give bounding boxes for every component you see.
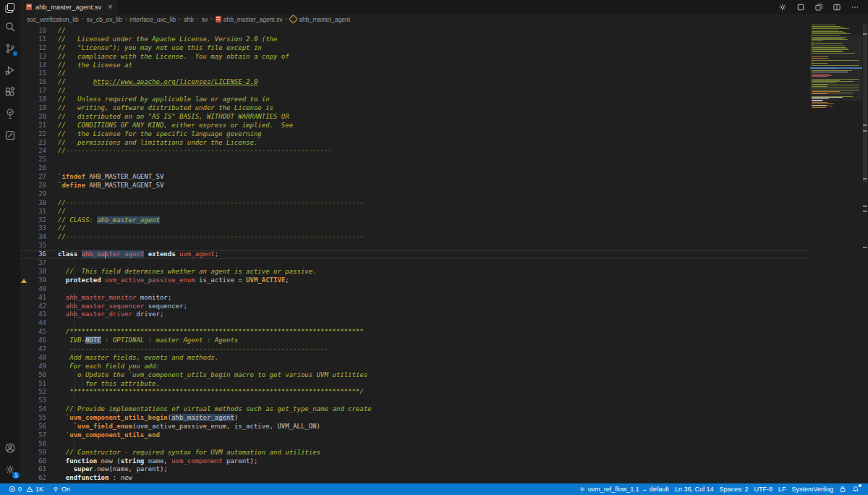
gutter[interactable]	[20, 294, 29, 302]
close-icon[interactable]: ×	[108, 3, 112, 11]
gutter[interactable]	[20, 53, 29, 62]
code-line[interactable]: 15//	[20, 69, 810, 78]
code-line[interactable]: 43 ahb_master_driver driver;	[20, 310, 810, 319]
testing-icon[interactable]	[0, 103, 20, 124]
gutter[interactable]	[20, 62, 29, 70]
project-selector[interactable]: uvm_ref_flow_1.1 → default	[576, 483, 672, 495]
gutter[interactable]	[20, 431, 29, 440]
code-line[interactable]: 50 o Update the `uvm_component_utils_beg…	[20, 371, 810, 380]
code-line[interactable]: 44	[20, 319, 810, 328]
settings-gear-icon[interactable]: 1	[0, 459, 20, 481]
tunnel-indicator[interactable]: On	[49, 483, 73, 495]
code-line[interactable]: 14// the License at	[20, 62, 810, 70]
code-line[interactable]: 62 endfunction : new	[20, 474, 810, 483]
code-line[interactable]: 40	[20, 285, 810, 294]
gutter[interactable]	[20, 164, 29, 173]
gutter[interactable]	[20, 182, 29, 190]
gutter[interactable]	[20, 414, 29, 423]
tab-ahb-master-agent[interactable]: ahb_master_agent.sv ×	[20, 0, 119, 14]
code-line[interactable]: 21// CONDITIONS OF ANY KIND, either expr…	[20, 122, 810, 130]
gutter[interactable]	[20, 224, 29, 233]
gutter[interactable]	[20, 139, 29, 148]
extensions-icon[interactable]	[0, 81, 20, 103]
gutter[interactable]	[20, 345, 29, 354]
gutter[interactable]	[20, 397, 29, 405]
gutter[interactable]	[20, 337, 29, 345]
code-area[interactable]: 10//11// Licensed under the Apache Licen…	[20, 27, 810, 483]
gutter[interactable]	[20, 242, 29, 250]
gutter[interactable]	[20, 113, 29, 122]
prettier-lock[interactable]	[836, 483, 849, 495]
gutter[interactable]	[20, 35, 29, 44]
code-line[interactable]: 54 // Provide implementations of virtual…	[20, 405, 810, 414]
notifications[interactable]	[849, 483, 862, 495]
breadcrumb-item-sv[interactable]: sv	[202, 16, 208, 23]
breadcrumb-item-sv_cb_ex_lib[interactable]: sv_cb_ex_lib	[87, 16, 122, 23]
code-line[interactable]: 23// permissions and limitations under t…	[20, 139, 810, 148]
gutter[interactable]	[20, 147, 29, 156]
code-line[interactable]: 22// the License for the specific langua…	[20, 130, 810, 139]
code-line[interactable]: 31//	[20, 208, 810, 216]
gutter[interactable]	[20, 285, 29, 294]
split-editor-icon[interactable]	[833, 3, 841, 12]
code-line[interactable]: 56 `uvm_field_enum(uvm_active_passive_en…	[20, 423, 810, 431]
search-icon[interactable]	[0, 16, 20, 38]
code-line[interactable]: 33//	[20, 224, 810, 233]
gutter[interactable]	[20, 423, 29, 431]
code-line[interactable]: 61 super.new(name, parent);	[20, 465, 810, 474]
code-line[interactable]: 26	[20, 164, 810, 173]
cursor-position[interactable]: Ln 36, Col 14	[672, 483, 717, 495]
encoding-indicator[interactable]: UTF-8	[751, 483, 775, 495]
gutter[interactable]	[20, 310, 29, 319]
gutter[interactable]	[20, 354, 29, 363]
code-line[interactable]: 36class ahb_master_agent extends uvm_age…	[20, 250, 810, 259]
explorer-icon[interactable]	[0, 0, 20, 16]
gutter[interactable]	[20, 474, 29, 483]
gutter[interactable]	[20, 216, 29, 225]
gutter[interactable]	[20, 233, 29, 242]
gutter[interactable]	[20, 122, 29, 130]
more-actions-icon[interactable]	[851, 3, 859, 12]
gutter[interactable]	[20, 87, 29, 96]
code-line[interactable]: 51 for this attribute.	[20, 380, 810, 389]
breadcrumb-item-soc_verification_lib[interactable]: soc_verification_lib	[27, 16, 79, 23]
code-line[interactable]: 12// "License"); you may not use this fi…	[20, 44, 810, 53]
code-line[interactable]: 27`ifndef AHB_MASTER_AGENT_SV	[20, 173, 810, 182]
code-line[interactable]: 17//	[20, 87, 810, 96]
problems-indicator[interactable]: 0 1K	[6, 483, 46, 495]
gutter[interactable]	[20, 199, 29, 208]
code-line[interactable]: 38 // This field determines whether an a…	[20, 268, 810, 276]
open-changes-icon[interactable]	[814, 3, 823, 12]
accounts-icon[interactable]	[0, 437, 20, 459]
gutter[interactable]	[20, 208, 29, 216]
vertical-scrollbar[interactable]	[862, 25, 868, 483]
gear-icon[interactable]	[778, 3, 787, 12]
gutter[interactable]	[20, 363, 29, 371]
scrollbar-slider[interactable]	[863, 25, 867, 182]
gutter[interactable]	[20, 457, 29, 466]
code-line[interactable]: 57 `uvm_component_utils_end	[20, 431, 810, 440]
code-line[interactable]: 42 ahb_master_sequencer sequencer;	[20, 302, 810, 311]
source-control-icon[interactable]	[0, 38, 20, 59]
gutter[interactable]	[20, 319, 29, 328]
gutter[interactable]	[20, 78, 29, 87]
code-line[interactable]: 60 function new (string name, uvm_compon…	[20, 457, 810, 466]
code-line[interactable]: 37	[20, 259, 810, 268]
indentation-indicator[interactable]: Spaces: 2	[716, 483, 751, 495]
code-line[interactable]: 29	[20, 190, 810, 199]
gutter[interactable]	[20, 388, 29, 397]
code-line[interactable]: 24//------------------------------------…	[20, 147, 810, 156]
gutter[interactable]	[20, 302, 29, 311]
gutter[interactable]	[20, 44, 29, 53]
code-line[interactable]: 18// Unless required by applicable law o…	[20, 96, 810, 104]
code-line[interactable]: 52 *************************************…	[20, 388, 810, 397]
code-line[interactable]: 20// distributed on an "AS IS" BASIS, WI…	[20, 113, 810, 122]
gutter-marker[interactable]	[20, 276, 29, 285]
gutter[interactable]	[20, 465, 29, 474]
gutter[interactable]	[20, 405, 29, 414]
code-line[interactable]: 49 For each field you add:	[20, 363, 810, 371]
gutter[interactable]	[20, 156, 29, 164]
language-indicator[interactable]: SystemVerilog	[788, 483, 836, 495]
gutter[interactable]	[20, 371, 29, 380]
gutter[interactable]	[20, 259, 29, 268]
